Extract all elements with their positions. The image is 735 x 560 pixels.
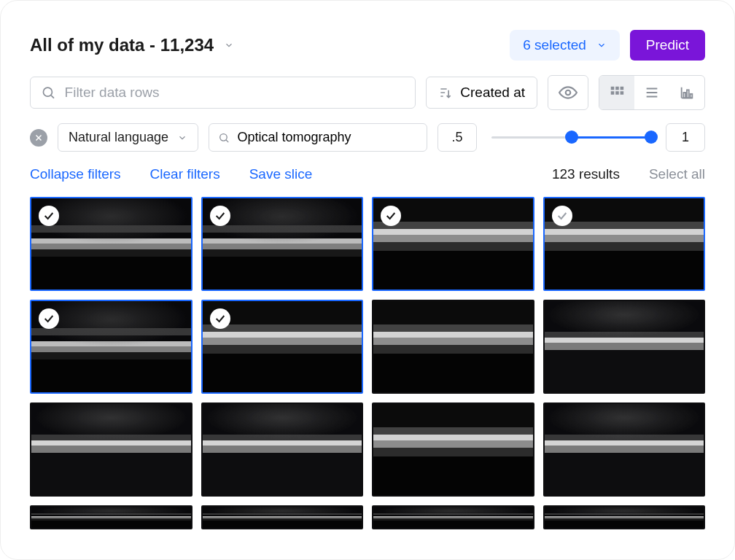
scan-thumbnail	[373, 301, 533, 392]
nl-query-input[interactable]	[237, 130, 418, 145]
slider-fill	[572, 136, 651, 139]
check-icon	[43, 210, 55, 222]
nl-query-field[interactable]	[209, 123, 427, 152]
range-max-box[interactable]: 1	[666, 123, 705, 152]
filter-rows-field[interactable]	[30, 77, 416, 109]
view-chart-button[interactable]	[669, 76, 704, 109]
view-grid-button[interactable]	[599, 76, 634, 109]
visibility-button[interactable]	[548, 75, 588, 110]
svg-rect-18	[687, 90, 689, 98]
sort-label: Created at	[460, 85, 525, 101]
result-tile[interactable]	[30, 300, 192, 394]
bar-chart-icon	[679, 85, 695, 101]
scan-thumbnail	[31, 404, 191, 495]
list-icon	[644, 85, 660, 101]
svg-rect-19	[691, 94, 693, 98]
results-count: 123 results	[552, 166, 620, 182]
svg-line-23	[226, 140, 228, 142]
view-list-button[interactable]	[634, 76, 669, 109]
result-tile[interactable]	[543, 402, 706, 497]
scan-thumbnail	[373, 507, 533, 528]
result-tile[interactable]	[372, 197, 534, 291]
check-icon	[385, 210, 397, 222]
scan-thumbnail	[203, 507, 362, 528]
result-tile[interactable]	[201, 402, 364, 497]
selection-check[interactable]	[210, 206, 230, 226]
check-icon	[214, 210, 226, 222]
chevron-down-icon	[224, 40, 234, 50]
dataset-title: All of my data - 11,234	[30, 35, 214, 55]
scan-thumbnail	[545, 404, 704, 495]
sort-icon	[438, 85, 453, 100]
save-slice-link[interactable]: Save slice	[249, 166, 313, 182]
svg-rect-7	[615, 87, 619, 90]
search-icon	[41, 85, 56, 101]
svg-point-5	[566, 90, 571, 96]
svg-rect-6	[611, 87, 615, 90]
result-tile[interactable]	[201, 197, 364, 291]
result-tile[interactable]	[543, 505, 706, 529]
svg-line-1	[51, 96, 54, 98]
result-tile[interactable]	[372, 402, 534, 497]
scan-thumbnail	[373, 404, 533, 495]
scan-thumbnail	[545, 507, 704, 528]
scan-thumbnail	[545, 301, 704, 392]
svg-point-22	[220, 133, 227, 140]
check-icon	[556, 210, 568, 222]
close-icon	[34, 133, 43, 142]
result-tile[interactable]	[30, 402, 192, 497]
svg-rect-9	[611, 91, 615, 95]
clear-filters-link[interactable]: Clear filters	[150, 166, 220, 182]
result-tile[interactable]	[372, 300, 534, 394]
check-icon	[214, 313, 226, 324]
selection-check[interactable]	[210, 308, 230, 329]
select-all-link[interactable]: Select all	[649, 166, 705, 182]
result-tile[interactable]	[201, 505, 364, 529]
clear-filter-button[interactable]	[30, 129, 47, 147]
scan-thumbnail	[31, 507, 191, 528]
result-tile[interactable]	[372, 505, 534, 529]
result-tile[interactable]	[201, 300, 364, 394]
svg-rect-10	[615, 91, 619, 95]
selection-check[interactable]	[39, 206, 59, 226]
svg-rect-11	[621, 91, 624, 95]
predict-button[interactable]: Predict	[630, 30, 705, 61]
scan-thumbnail	[203, 404, 362, 495]
filter-mode-label: Natural language	[69, 130, 168, 145]
filter-rows-input[interactable]	[65, 85, 405, 101]
sort-button[interactable]: Created at	[426, 77, 537, 109]
search-icon	[218, 131, 230, 144]
view-mode-toggle	[599, 75, 705, 110]
chevron-down-icon	[177, 133, 187, 143]
selected-count-label: 6 selected	[523, 37, 586, 53]
result-tile[interactable]	[30, 197, 192, 291]
result-tile[interactable]	[543, 197, 706, 291]
collapse-filters-link[interactable]: Collapse filters	[30, 166, 121, 182]
check-icon	[43, 313, 55, 324]
svg-rect-8	[621, 87, 624, 90]
svg-point-0	[43, 88, 52, 96]
selected-count-pill[interactable]: 6 selected	[510, 30, 620, 61]
range-slider[interactable]	[491, 131, 651, 145]
svg-rect-17	[683, 93, 685, 98]
selection-check[interactable]	[381, 206, 401, 226]
chevron-down-icon	[596, 40, 607, 50]
grid-icon	[609, 85, 625, 101]
range-min-box[interactable]: .5	[438, 123, 477, 152]
filter-mode-dropdown[interactable]: Natural language	[58, 123, 198, 152]
selection-check[interactable]	[39, 308, 59, 329]
selection-check[interactable]	[552, 206, 572, 226]
result-tile[interactable]	[30, 505, 192, 529]
result-tile[interactable]	[543, 300, 706, 394]
results-grid	[30, 197, 705, 529]
slider-thumb-hi[interactable]	[645, 131, 658, 144]
slider-thumb-lo[interactable]	[565, 131, 578, 144]
dataset-title-dropdown[interactable]: All of my data - 11,234	[30, 35, 234, 55]
eye-icon	[559, 83, 578, 102]
